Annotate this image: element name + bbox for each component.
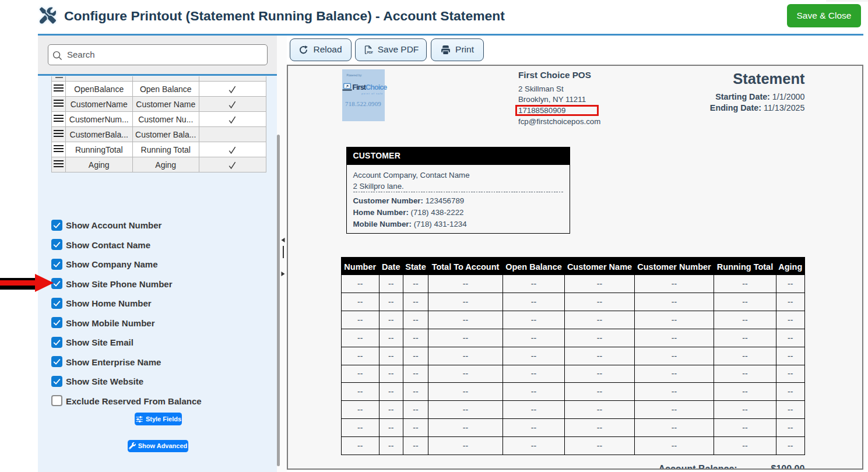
svg-text:PDF: PDF: [367, 51, 373, 54]
